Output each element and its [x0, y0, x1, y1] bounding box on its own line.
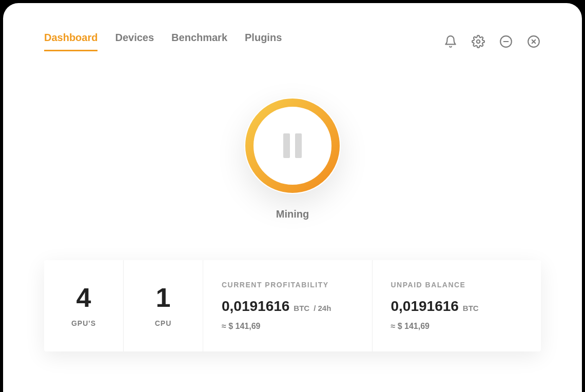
bell-icon[interactable] — [443, 34, 458, 49]
stats-row: 4 GPU'S 1 CPU CURRENT PROFITABILITY 0,01… — [44, 260, 541, 351]
tabs: Dashboard Devices Benchmark Plugins — [44, 32, 282, 51]
header-icons — [443, 34, 541, 49]
cpu-label: CPU — [155, 319, 172, 327]
svg-point-6 — [249, 103, 336, 189]
gpu-label: GPU'S — [71, 319, 96, 327]
card-balance: UNPAID BALANCE 0,0191616 BTC ≈ $ 141,69 — [373, 260, 541, 351]
card-profitability: CURRENT PROFITABILITY 0,0191616 BTC / 24… — [203, 260, 373, 351]
tab-devices[interactable]: Devices — [115, 32, 154, 51]
balance-amount: 0,0191616 — [391, 298, 459, 315]
profitability-unit: BTC — [294, 304, 309, 312]
gpu-count: 4 — [76, 284, 91, 311]
app-window: Dashboard Devices Benchmark Plugins — [3, 3, 582, 392]
balance-title: UNPAID BALANCE — [391, 281, 523, 289]
minimize-icon[interactable] — [499, 34, 513, 49]
profitability-title: CURRENT PROFITABILITY — [222, 281, 354, 289]
card-gpu: 4 GPU'S — [44, 260, 124, 351]
mining-area: Mining — [44, 97, 541, 220]
close-icon[interactable] — [526, 34, 541, 49]
card-cpu: 1 CPU — [124, 260, 203, 351]
profitability-fiat: ≈ $ 141,69 — [222, 322, 354, 331]
mining-toggle-button[interactable] — [244, 97, 341, 194]
header: Dashboard Devices Benchmark Plugins — [44, 32, 541, 51]
progress-ring-icon — [244, 97, 341, 194]
profitability-per: / 24h — [314, 304, 331, 312]
profitability-value: 0,0191616 BTC / 24h — [222, 298, 354, 315]
tab-dashboard[interactable]: Dashboard — [44, 32, 98, 51]
mining-status-label: Mining — [276, 208, 309, 220]
balance-value: 0,0191616 BTC — [391, 298, 523, 315]
profitability-amount: 0,0191616 — [222, 298, 289, 315]
balance-fiat: ≈ $ 141,69 — [391, 322, 523, 331]
svg-point-0 — [477, 40, 480, 44]
tab-benchmark[interactable]: Benchmark — [171, 32, 227, 51]
balance-unit: BTC — [463, 304, 479, 312]
tab-plugins[interactable]: Plugins — [245, 32, 282, 51]
gear-icon[interactable] — [471, 34, 485, 49]
cpu-count: 1 — [156, 284, 171, 311]
